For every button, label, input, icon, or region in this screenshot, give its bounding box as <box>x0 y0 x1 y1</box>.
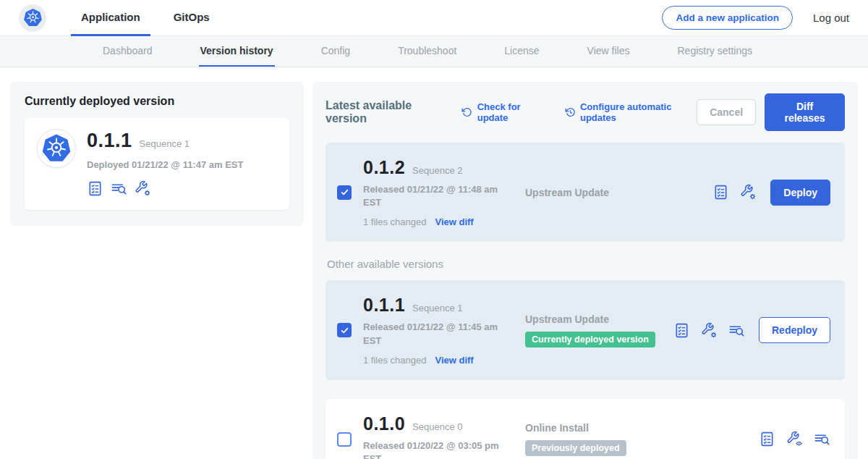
check-icon <box>340 326 349 335</box>
version-actions: Deploy <box>712 180 833 206</box>
version-row-0-1-2: 0.1.2 Sequence 2 Released 01/21/22 @ 11:… <box>326 143 845 242</box>
currently-deployed-card: Currently deployed version 0.1.1 Sequenc… <box>10 82 304 226</box>
cancel-button[interactable]: Cancel <box>697 99 756 125</box>
edit-config-icon[interactable] <box>701 322 718 339</box>
currently-deployed-badge: Currently deployed version <box>525 332 655 348</box>
version-row-0-1-0: 0.1.0 Sequence 0 Released 01/20/22 @ 03:… <box>326 399 845 459</box>
released-timestamp: Released 01/21/22 @ 11:48 am EST <box>363 183 504 209</box>
version-source: Upstream Update <box>525 187 701 198</box>
released-timestamp: Released 01/20/22 @ 03:05 pm EST <box>363 439 504 459</box>
subnav-troubleshoot[interactable]: Troubleshoot <box>396 36 458 67</box>
version-actions <box>759 431 833 447</box>
sequence-label: Sequence 1 <box>412 303 462 313</box>
view-diff-link[interactable]: View diff <box>435 355 473 366</box>
latest-version-panel: Latest available version Check for updat… <box>312 82 858 459</box>
latest-version-header: Latest available version Check for updat… <box>326 93 845 131</box>
version-info: 0.1.0 Sequence 0 Released 01/20/22 @ 03:… <box>363 413 514 459</box>
view-config-icon[interactable] <box>786 431 803 447</box>
files-changed-label: 1 files changed <box>363 216 426 227</box>
release-notes-icon[interactable] <box>759 431 775 447</box>
configure-updates-link[interactable]: Configure automatic updates <box>565 101 697 123</box>
subnav-license[interactable]: License <box>503 36 540 67</box>
previously-deployed-badge: Previously deployed <box>525 440 626 456</box>
diff-releases-button[interactable]: Diff releases <box>765 93 845 131</box>
deploy-button[interactable]: Deploy <box>770 180 830 206</box>
edit-config-icon[interactable] <box>740 184 757 201</box>
version-source: Online Install Previously deployed <box>525 422 747 456</box>
version-source: Upstream Update Currently deployed versi… <box>525 313 662 348</box>
version-checkbox[interactable] <box>337 185 352 200</box>
add-application-button[interactable]: Add a new application <box>662 6 793 30</box>
deployed-card-title: Currently deployed version <box>25 95 289 108</box>
kubernetes-icon <box>23 8 43 28</box>
check-for-update-link[interactable]: Check for update <box>461 101 545 123</box>
app-logo <box>19 4 46 32</box>
release-notes-icon[interactable] <box>712 184 729 201</box>
release-notes-icon[interactable] <box>87 180 103 197</box>
deployed-timestamp: Deployed 01/21/22 @ 11:47 am EST <box>87 159 243 172</box>
main-content: Currently deployed version 0.1.1 Sequenc… <box>0 67 868 459</box>
source-label: Upstream Update <box>525 313 662 325</box>
version-checkbox[interactable] <box>337 323 352 337</box>
schedule-icon <box>565 106 575 118</box>
version-actions: Redeploy <box>673 317 833 343</box>
redeploy-button[interactable]: Redeploy <box>759 317 830 343</box>
refresh-icon <box>461 106 472 118</box>
files-changed-label: 1 files changed <box>363 355 426 366</box>
deployed-version-card: 0.1.1 Sequence 1 Deployed 01/21/22 @ 11:… <box>25 118 289 210</box>
logout-button[interactable]: Log out <box>813 12 849 24</box>
view-logs-icon[interactable] <box>728 322 745 339</box>
topbar-right: Add a new application Log out <box>662 6 849 30</box>
top-bar: Application GitOps Add a new application… <box>0 0 868 36</box>
configure-updates-label: Configure automatic updates <box>580 101 697 123</box>
version-number: 0.1.1 <box>363 295 405 316</box>
subnav-view-files[interactable]: View files <box>586 36 631 67</box>
subnav-registry-settings[interactable]: Registry settings <box>676 36 753 67</box>
deployed-version-info: 0.1.1 Sequence 1 Deployed 01/21/22 @ 11:… <box>87 130 243 197</box>
other-versions-title: Other available versions <box>327 258 843 270</box>
edit-config-icon[interactable] <box>135 180 151 197</box>
view-diff-link[interactable]: View diff <box>435 216 473 227</box>
version-number: 0.1.0 <box>363 413 405 434</box>
version-info: 0.1.1 Sequence 1 Released 01/21/22 @ 11:… <box>363 295 514 365</box>
tab-application[interactable]: Application <box>71 0 150 36</box>
tab-gitops[interactable]: GitOps <box>163 0 220 36</box>
version-number: 0.1.2 <box>363 157 405 178</box>
subnav-config[interactable]: Config <box>320 36 352 67</box>
app-subnav: Dashboard Version history Config Trouble… <box>0 36 868 67</box>
check-for-update-label: Check for update <box>477 101 546 123</box>
deployed-sequence-label: Sequence 1 <box>140 138 190 149</box>
subnav-dashboard[interactable]: Dashboard <box>101 36 154 67</box>
sequence-label: Sequence 2 <box>412 165 462 176</box>
view-logs-icon[interactable] <box>111 180 127 197</box>
released-timestamp: Released 01/21/22 @ 11:45 am EST <box>363 321 504 347</box>
subnav-version-history[interactable]: Version history <box>199 36 275 67</box>
release-notes-icon[interactable] <box>673 322 690 339</box>
view-logs-icon[interactable] <box>814 431 830 447</box>
version-checkbox[interactable] <box>337 432 352 447</box>
sequence-label: Sequence 0 <box>412 421 462 432</box>
deployed-version-number: 0.1.1 <box>87 130 132 152</box>
version-row-0-1-1: 0.1.1 Sequence 1 Released 01/21/22 @ 11:… <box>326 280 845 379</box>
latest-version-title: Latest available version <box>326 99 443 125</box>
source-label: Upstream Update <box>525 187 701 198</box>
check-icon <box>340 188 349 197</box>
kubernetes-icon <box>41 133 72 164</box>
version-info: 0.1.2 Sequence 2 Released 01/21/22 @ 11:… <box>363 157 514 227</box>
app-icon-badge <box>38 130 75 167</box>
source-label: Online Install <box>525 422 747 434</box>
